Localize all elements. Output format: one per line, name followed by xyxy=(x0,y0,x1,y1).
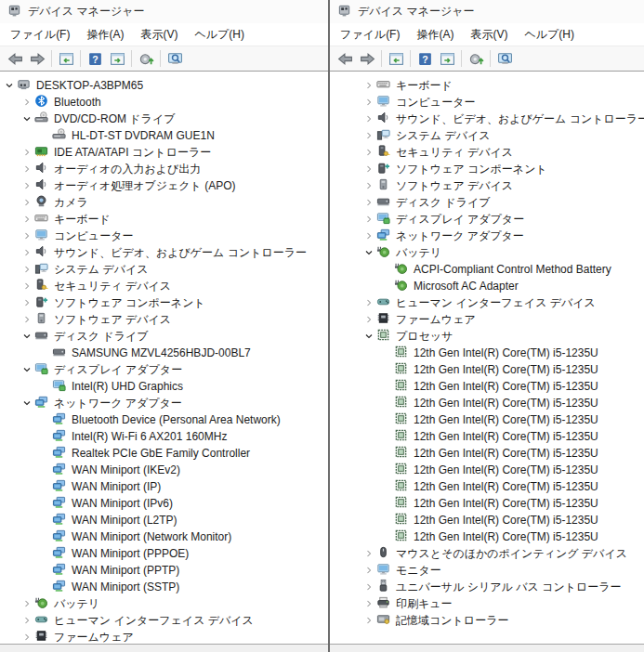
tree-item-label[interactable]: ソフトウェア コンポーネント xyxy=(393,161,550,178)
tree-item-label[interactable]: 12th Gen Intel(R) Core(TM) i5-1235U xyxy=(411,396,601,411)
tree-item-label[interactable]: Realtek PCIe GbE Family Controller xyxy=(69,446,253,461)
tree-item[interactable]: 12th Gen Intel(R) Core(TM) i5-1235U xyxy=(330,528,644,545)
expander-collapsed[interactable] xyxy=(20,596,34,611)
tree-item-label[interactable]: ディスプレイ アダプター xyxy=(393,211,527,228)
tree-item-label[interactable]: HL-DT-ST DVDRAM GUE1N xyxy=(69,128,217,143)
expander-expanded[interactable] xyxy=(2,78,17,93)
tree-item[interactable]: オーディオの入力および出力 xyxy=(0,161,328,177)
tree-item[interactable]: HL-DT-ST DVDRAM GUE1N xyxy=(0,127,328,144)
tree-item-label[interactable]: カメラ xyxy=(51,194,91,212)
tree-item[interactable]: DESKTOP-A3BPM65 xyxy=(0,77,328,94)
tree-item-label[interactable]: システム デバイス xyxy=(51,261,151,279)
tree-item-label[interactable]: ディスク ドライブ xyxy=(393,194,493,212)
expander-collapsed[interactable] xyxy=(20,95,34,110)
tree-item[interactable]: セキュリティ デバイス xyxy=(330,144,644,161)
tree-item-label[interactable]: WAN Miniport (PPPOE) xyxy=(69,546,191,561)
expander-collapsed[interactable] xyxy=(20,178,34,193)
tree-item-label[interactable]: コンピューター xyxy=(51,228,136,245)
expander-collapsed[interactable] xyxy=(361,195,376,210)
tree-item-label[interactable]: コンピューター xyxy=(393,94,478,111)
tree-item[interactable]: 12th Gen Intel(R) Core(TM) i5-1235U xyxy=(330,378,644,395)
tree-item[interactable]: 12th Gen Intel(R) Core(TM) i5-1235U xyxy=(330,411,644,428)
tree-item[interactable]: ファームウェア xyxy=(0,629,328,644)
tree-item[interactable]: Bluetooth Device (Personal Area Network) xyxy=(0,411,328,428)
tree-item-label[interactable]: WAN Miniport (SSTP) xyxy=(69,580,182,594)
tree-item[interactable]: WAN Miniport (SSTP) xyxy=(0,579,328,595)
properties-button[interactable] xyxy=(436,48,458,69)
tree-item[interactable]: WAN Miniport (IKEv2) xyxy=(0,462,328,478)
tree-item[interactable]: 12th Gen Intel(R) Core(TM) i5-1235U xyxy=(330,512,644,528)
menu-item-3[interactable]: ヘルプ(H) xyxy=(516,23,583,46)
tree-item-label[interactable]: オーディオ処理オブジェクト (APO) xyxy=(51,177,238,195)
expander-collapsed[interactable] xyxy=(361,295,376,310)
tree-item-label[interactable]: ディスプレイ アダプター xyxy=(51,361,185,379)
expander-collapsed[interactable] xyxy=(361,546,376,561)
menu-item-0[interactable]: ファイル(F) xyxy=(2,23,78,46)
expander-expanded[interactable] xyxy=(361,245,376,260)
expander-collapsed[interactable] xyxy=(20,145,34,160)
expander-collapsed[interactable] xyxy=(20,245,34,260)
tree-item[interactable]: 12th Gen Intel(R) Core(TM) i5-1235U xyxy=(330,445,644,462)
tree-item[interactable]: ヒューマン インターフェイス デバイス xyxy=(330,294,644,311)
expander-collapsed[interactable] xyxy=(20,630,34,644)
tree-item-label[interactable]: バッテリ xyxy=(393,244,444,262)
tree-item-label[interactable]: DESKTOP-A3BPM65 xyxy=(33,78,146,93)
tree-item[interactable]: IDE ATA/ATAPI コントローラー xyxy=(0,144,328,161)
tree-item[interactable]: ソフトウェア デバイス xyxy=(330,177,644,194)
tree-item[interactable]: ネットワーク アダプター xyxy=(0,395,328,411)
tree-item[interactable]: コンピューター xyxy=(330,94,644,111)
expander-collapsed[interactable] xyxy=(361,95,376,110)
search-computer-button[interactable] xyxy=(164,48,186,69)
expander-expanded[interactable] xyxy=(361,329,376,344)
tree-item-label[interactable]: Microsoft AC Adapter xyxy=(411,279,521,293)
tree-item-label[interactable]: オーディオの入力および出力 xyxy=(51,161,204,178)
tree-item[interactable]: 12th Gen Intel(R) Core(TM) i5-1235U xyxy=(330,345,644,361)
tree-item[interactable]: ソフトウェア デバイス xyxy=(0,311,328,328)
forward-arrow-button[interactable] xyxy=(356,48,378,69)
tree-item[interactable]: マウスとそのほかのポインティング デバイス xyxy=(330,545,644,562)
tree-item-label[interactable]: 記憶域コントローラー xyxy=(393,612,511,630)
tree-item[interactable]: WAN Miniport (IPv6) xyxy=(0,495,328,512)
tree-item-label[interactable]: 12th Gen Intel(R) Core(TM) i5-1235U xyxy=(411,463,601,477)
tree-item[interactable]: バッテリ xyxy=(0,595,328,612)
tree-item-label[interactable]: WAN Miniport (PPTP) xyxy=(69,563,182,578)
tree-item[interactable]: Bluetooth xyxy=(0,94,328,111)
search-computer-button[interactable] xyxy=(493,48,516,69)
expander-expanded[interactable] xyxy=(20,111,34,126)
expander-collapsed[interactable] xyxy=(20,295,34,310)
tree-item-label[interactable]: モニター xyxy=(393,562,444,580)
tree-item-label[interactable]: サウンド、ビデオ、およびゲーム コントローラー xyxy=(51,244,309,262)
tree-item[interactable]: システム デバイス xyxy=(0,261,328,278)
menu-item-2[interactable]: 表示(V) xyxy=(132,23,186,46)
tree-item[interactable]: Microsoft AC Adapter xyxy=(330,278,644,294)
tree-item[interactable]: キーボード xyxy=(0,211,328,228)
tree-item[interactable]: WAN Miniport (IP) xyxy=(0,478,328,495)
tree-item[interactable]: ソフトウェア コンポーネント xyxy=(0,294,328,311)
tree-item-label[interactable]: 12th Gen Intel(R) Core(TM) i5-1235U xyxy=(411,429,601,444)
tree-item-label[interactable]: WAN Miniport (Network Monitor) xyxy=(69,529,234,544)
tree-item[interactable]: ソフトウェア コンポーネント xyxy=(330,161,644,177)
menu-item-1[interactable]: 操作(A) xyxy=(78,23,132,46)
expander-collapsed[interactable] xyxy=(361,228,376,243)
tree-item-label[interactable]: マウスとそのほかのポインティング デバイス xyxy=(393,545,630,563)
tree-item[interactable]: 12th Gen Intel(R) Core(TM) i5-1235U xyxy=(330,495,644,512)
tree-item[interactable]: DVD/CD-ROM ドライブ xyxy=(0,111,328,127)
tree-item[interactable]: Intel(R) Wi-Fi 6 AX201 160MHz xyxy=(0,428,328,445)
forward-arrow-button[interactable] xyxy=(26,48,48,69)
tree-item-label[interactable]: Bluetooth Device (Personal Area Network) xyxy=(69,412,283,427)
help-button[interactable]: ? xyxy=(414,48,436,69)
tree-item[interactable]: ACPI-Compliant Control Method Battery xyxy=(330,261,644,278)
tree-item-label[interactable]: ヒューマン インターフェイス デバイス xyxy=(51,612,256,630)
tree-item-label[interactable]: 印刷キュー xyxy=(393,595,455,613)
tree-item-label[interactable]: セキュリティ デバイス xyxy=(51,278,174,295)
tree-item[interactable]: Intel(R) UHD Graphics xyxy=(0,378,328,395)
tree-item[interactable]: 12th Gen Intel(R) Core(TM) i5-1235U xyxy=(330,395,644,411)
tree-item-label[interactable]: 12th Gen Intel(R) Core(TM) i5-1235U xyxy=(411,479,601,494)
tree-item-label[interactable]: WAN Miniport (IP) xyxy=(69,479,164,494)
tree-item[interactable]: コンピューター xyxy=(0,228,328,244)
tree-item[interactable]: 12th Gen Intel(R) Core(TM) i5-1235U xyxy=(330,428,644,445)
tree-item-label[interactable]: ACPI-Compliant Control Method Battery xyxy=(411,262,614,277)
tree-item[interactable]: モニター xyxy=(330,562,644,579)
tree-item-label[interactable]: DVD/CD-ROM ドライブ xyxy=(51,111,177,128)
tree-item-label[interactable]: ソフトウェア デバイス xyxy=(393,177,516,195)
